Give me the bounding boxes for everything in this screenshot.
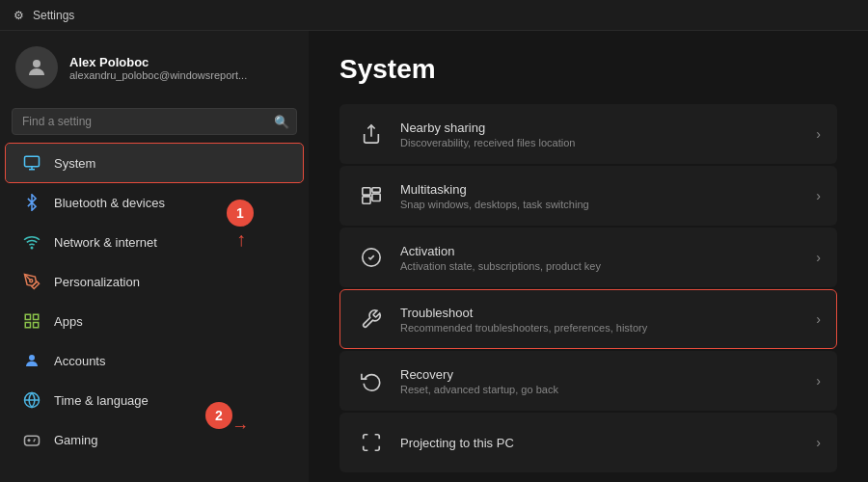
sidebar-item-gaming-label: Gaming <box>54 433 98 447</box>
project-icon <box>356 427 387 458</box>
search-icon: 🔍 <box>274 115 289 129</box>
chevron-right-icon: › <box>816 311 821 327</box>
setting-troubleshoot-text: Troubleshoot Recommended troubleshooters… <box>400 306 808 334</box>
chevron-right-icon: › <box>816 188 821 203</box>
setting-recovery[interactable]: Recovery Reset, advanced startup, go bac… <box>339 351 837 411</box>
sidebar-item-gaming[interactable]: Gaming <box>6 420 303 459</box>
setting-multitasking-text: Multitasking Snap windows, desktops, tas… <box>400 182 808 210</box>
svg-rect-14 <box>363 188 370 195</box>
monitor-icon <box>21 152 42 174</box>
settings-list: Nearby sharing Discoverability, received… <box>339 104 837 472</box>
arrow-up-1: ↑ <box>236 228 246 251</box>
setting-projecting[interactable]: Projecting to this PC › <box>339 413 837 472</box>
sidebar-item-apps[interactable]: Apps <box>6 302 303 340</box>
check-circle-icon <box>356 242 387 273</box>
share-icon <box>356 119 387 149</box>
annotation-2: 2 <box>205 402 232 429</box>
setting-troubleshoot-desc: Recommended troubleshooters, preferences… <box>400 322 808 334</box>
user-email: alexandru_poloboc@windowsreport... <box>69 69 247 81</box>
bluetooth-icon <box>21 192 42 213</box>
sidebar-item-bluetooth-label: Bluetooth & devices <box>54 196 165 210</box>
sidebar-item-time-label: Time & language <box>54 393 149 408</box>
avatar <box>15 46 58 89</box>
user-name: Alex Poloboc <box>69 55 247 69</box>
user-profile[interactable]: Alex Poloboc alexandru_poloboc@windowsre… <box>0 31 309 104</box>
setting-activation-title: Activation <box>400 244 808 258</box>
svg-rect-1 <box>25 156 40 167</box>
setting-nearby-sharing-text: Nearby sharing Discoverability, received… <box>400 120 808 148</box>
sidebar-item-accounts-label: Accounts <box>54 354 105 368</box>
svg-point-0 <box>33 60 41 67</box>
gamepad-icon <box>21 429 42 450</box>
setting-projecting-text: Projecting to this PC <box>400 436 808 450</box>
sidebar-item-network-label: Network & internet <box>54 235 157 250</box>
brush-icon <box>21 271 42 292</box>
annotation-1: 1 <box>227 200 254 227</box>
sidebar-item-system[interactable]: System <box>6 144 303 182</box>
wrench-icon <box>356 304 387 335</box>
svg-point-5 <box>30 280 33 282</box>
person-icon <box>21 350 42 371</box>
title-bar-text: Settings <box>33 9 74 22</box>
setting-recovery-text: Recovery Reset, advanced startup, go bac… <box>400 367 808 395</box>
wifi-icon <box>21 231 42 253</box>
svg-rect-9 <box>34 323 39 328</box>
title-bar: ⚙ Settings <box>0 0 868 31</box>
setting-recovery-desc: Reset, advanced startup, go back <box>400 384 808 395</box>
svg-rect-6 <box>25 314 30 319</box>
sidebar-item-time[interactable]: Time & language <box>6 381 303 419</box>
nav-list: System Bluetooth & devices <box>0 143 309 460</box>
sidebar-item-network[interactable]: Network & internet <box>6 223 303 261</box>
svg-point-4 <box>31 247 33 249</box>
sidebar-item-accounts[interactable]: Accounts <box>6 341 303 380</box>
chevron-right-icon: › <box>816 126 821 142</box>
search-input[interactable] <box>12 108 297 135</box>
setting-activation-text: Activation Activation state, subscriptio… <box>400 244 808 272</box>
sidebar-item-system-label: System <box>54 156 95 171</box>
setting-activation[interactable]: Activation Activation state, subscriptio… <box>339 228 837 287</box>
chevron-right-icon: › <box>816 373 821 388</box>
sidebar: Alex Poloboc alexandru_poloboc@windowsre… <box>0 31 309 482</box>
svg-rect-16 <box>372 194 380 201</box>
grid-icon <box>21 310 42 332</box>
chevron-right-icon: › <box>816 435 821 450</box>
setting-nearby-sharing[interactable]: Nearby sharing Discoverability, received… <box>339 104 837 164</box>
settings-icon: ⚙ <box>12 9 25 22</box>
content-area: System Nearby sharing Discoverability, r… <box>309 31 868 482</box>
setting-nearby-sharing-desc: Discoverability, received files location <box>400 137 808 148</box>
globe-icon <box>21 389 42 411</box>
setting-multitasking-desc: Snap windows, desktops, task switching <box>400 199 808 210</box>
svg-point-10 <box>29 355 35 361</box>
sidebar-item-personalization[interactable]: Personalization <box>6 262 303 301</box>
setting-activation-desc: Activation state, subscriptions, product… <box>400 260 808 272</box>
setting-multitasking-title: Multitasking <box>400 182 808 197</box>
svg-rect-12 <box>25 436 40 445</box>
multitask-icon <box>356 180 387 211</box>
svg-rect-17 <box>363 197 370 203</box>
page-title: System <box>339 54 837 85</box>
sidebar-item-apps-label: Apps <box>54 314 83 329</box>
setting-nearby-sharing-title: Nearby sharing <box>400 120 808 135</box>
user-info: Alex Poloboc alexandru_poloboc@windowsre… <box>69 55 247 81</box>
main-layout: 1 ↑ 2 → Alex Poloboc alexandru_poloboc@w… <box>0 31 868 482</box>
sidebar-item-personalization-label: Personalization <box>54 275 140 289</box>
search-box[interactable]: 🔍 <box>12 108 297 135</box>
chevron-right-icon: › <box>816 250 821 265</box>
arrow-right-2: → <box>231 416 249 437</box>
setting-multitasking[interactable]: Multitasking Snap windows, desktops, tas… <box>339 166 837 226</box>
sidebar-item-bluetooth[interactable]: Bluetooth & devices <box>6 183 303 222</box>
svg-rect-8 <box>25 323 30 328</box>
setting-troubleshoot-title: Troubleshoot <box>400 306 808 320</box>
svg-rect-15 <box>372 188 380 193</box>
setting-recovery-title: Recovery <box>400 367 808 382</box>
svg-rect-7 <box>34 314 39 319</box>
setting-troubleshoot[interactable]: Troubleshoot Recommended troubleshooters… <box>339 289 837 349</box>
recovery-icon <box>356 365 387 396</box>
setting-projecting-title: Projecting to this PC <box>400 436 808 450</box>
